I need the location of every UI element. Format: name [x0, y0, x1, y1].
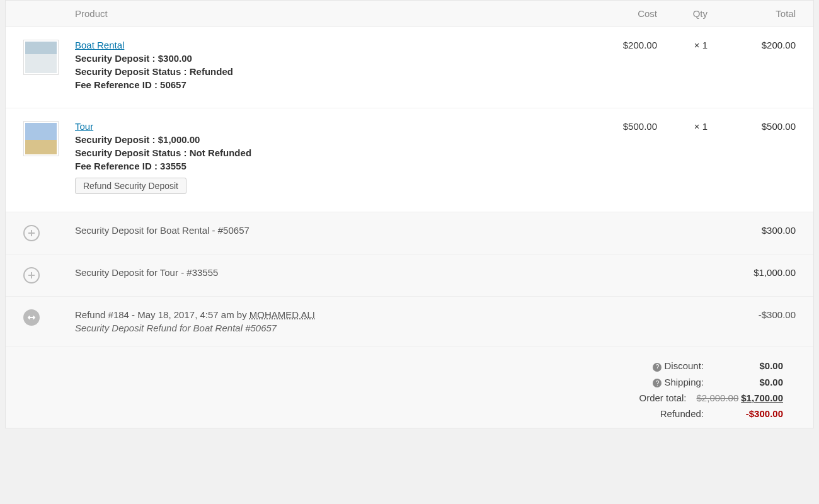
fee-ref-label: Fee Reference ID : — [75, 79, 160, 90]
order-total-value: $1,700.00 — [741, 392, 783, 403]
plus-circle-icon — [23, 267, 40, 284]
refund-note: Security Deposit Refund for Boat Rental … — [75, 323, 581, 333]
deposit-status-label: Security Deposit Status : — [75, 66, 190, 77]
fee-row: Security Deposit for Tour - #33555 $1,00… — [6, 255, 813, 297]
deposit-status-value: Not Refunded — [190, 147, 251, 158]
discount-value: $0.00 — [714, 360, 783, 371]
item-total: $200.00 — [707, 40, 796, 90]
deposit-label: Security Deposit : — [75, 134, 158, 145]
deposit-label: Security Deposit : — [75, 53, 158, 64]
shipping-label: Shipping: — [664, 377, 704, 387]
col-product: Product — [75, 8, 581, 19]
item-total: $500.00 — [707, 121, 796, 194]
line-item: Tour Security Deposit : $1,000.00 Securi… — [6, 108, 813, 212]
fee-ref-value: 33555 — [160, 161, 186, 171]
fee-row: Security Deposit for Boat Rental - #5065… — [6, 212, 813, 255]
item-qty: × 1 — [657, 121, 707, 194]
items-header: Product Cost Qty Total — [6, 1, 813, 27]
deposit-value: $1,000.00 — [158, 134, 200, 145]
order-total-label: Order total: — [617, 392, 687, 403]
plus-circle-icon — [23, 225, 40, 241]
fee-ref-label: Fee Reference ID : — [75, 161, 160, 171]
help-icon[interactable]: ? — [653, 379, 662, 387]
order-items-panel: Product Cost Qty Total Boat Rental Secur… — [5, 0, 814, 428]
order-totals: ?Discount: $0.00 ?Shipping: $0.00 Order … — [6, 346, 813, 428]
refund-icon — [23, 309, 40, 326]
deposit-status-label: Security Deposit Status : — [75, 147, 190, 158]
col-cost: Cost — [581, 8, 657, 19]
deposit-value: $300.00 — [158, 53, 192, 64]
refund-security-deposit-button[interactable]: Refund Security Deposit — [75, 178, 186, 194]
item-qty: × 1 — [657, 40, 707, 90]
refunded-label: Refunded: — [634, 408, 704, 419]
fee-amount: $1,000.00 — [707, 267, 796, 278]
refund-amount: -$300.00 — [707, 309, 796, 320]
item-cost: $500.00 — [581, 121, 657, 194]
refund-row: Refund #184 - May 18, 2017, 4:57 am by M… — [6, 297, 813, 346]
product-link[interactable]: Tour — [75, 121, 93, 132]
shipping-value: $0.00 — [714, 377, 783, 387]
refund-title: Refund #184 - May 18, 2017, 4:57 am by — [75, 309, 249, 320]
col-qty: Qty — [657, 8, 707, 19]
product-thumb[interactable] — [23, 40, 59, 75]
item-cost: $200.00 — [581, 40, 657, 90]
help-icon[interactable]: ? — [653, 363, 662, 372]
fee-label: Security Deposit for Boat Rental - #5065… — [75, 225, 581, 236]
product-thumb[interactable] — [23, 121, 59, 156]
order-total-original: $2,000.00 — [697, 392, 739, 403]
discount-label: Discount: — [664, 360, 704, 371]
fee-ref-value: 50657 — [160, 79, 186, 90]
fee-amount: $300.00 — [707, 225, 796, 236]
line-item: Boat Rental Security Deposit : $300.00 S… — [6, 27, 813, 108]
fee-label: Security Deposit for Tour - #33555 — [75, 267, 581, 278]
refunded-value: $300.00 — [749, 408, 783, 419]
refund-author[interactable]: MOHAMED ALI — [249, 309, 315, 320]
deposit-status-value: Refunded — [190, 66, 233, 77]
product-link[interactable]: Boat Rental — [75, 40, 124, 50]
col-total: Total — [707, 8, 796, 19]
